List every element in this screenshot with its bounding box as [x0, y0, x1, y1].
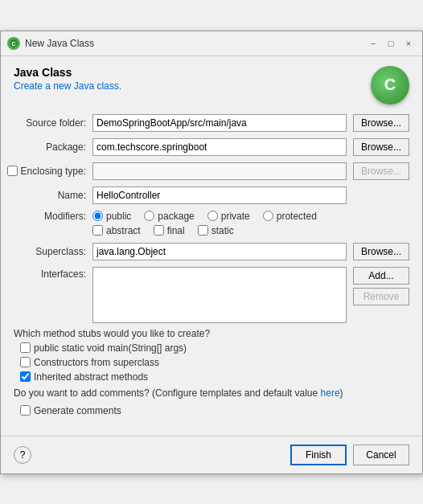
modifier-protected-radio[interactable] — [263, 211, 273, 221]
svg-text:C: C — [11, 41, 15, 47]
superclass-label: Superclass: — [14, 246, 86, 257]
source-folder-row: Source folder: Browse... — [14, 114, 409, 132]
source-folder-label: Source folder: — [14, 117, 86, 129]
modifiers-section: public package private protected — [92, 211, 317, 236]
superclass-row: Superclass: Browse... — [14, 243, 409, 260]
superclass-browse-button[interactable]: Browse... — [353, 243, 409, 260]
finish-button[interactable]: Finish — [290, 445, 347, 465]
modifier-private-radio[interactable] — [207, 211, 218, 221]
cancel-button[interactable]: Cancel — [353, 445, 409, 465]
stub-inherited-checkbox[interactable] — [20, 371, 31, 382]
close-button[interactable]: × — [401, 36, 416, 51]
titlebar-controls: − □ × — [366, 36, 416, 51]
enclosing-type-input[interactable] — [92, 162, 347, 180]
header-section: Java Class Create a new Java class. C — [14, 66, 409, 104]
name-row: Name: — [14, 186, 409, 204]
titlebar: C New Java Class − □ × — [1, 31, 422, 56]
dialog-content: Java Class Create a new Java class. C So… — [1, 56, 422, 426]
titlebar-left: C New Java Class — [7, 37, 94, 50]
dialog-window: C New Java Class − □ × Java Class Create… — [0, 31, 423, 474]
dialog-footer: ? Finish Cancel — [1, 436, 422, 473]
comments-link[interactable]: here — [321, 387, 340, 399]
stub-constructors-label[interactable]: Constructors from superclass — [20, 357, 409, 368]
modifier-final-checkbox[interactable] — [154, 225, 164, 236]
comments-section: Do you want to add comments? (Configure … — [14, 383, 409, 416]
generate-comments-label[interactable]: Generate comments — [20, 405, 409, 416]
interfaces-remove-button[interactable]: Remove — [353, 288, 409, 305]
interfaces-row: Interfaces: Add... Remove — [14, 267, 409, 323]
package-row: Package: Browse... — [14, 138, 409, 156]
modifier-abstract-label[interactable]: abstract — [92, 225, 141, 236]
stub-main-checkbox[interactable] — [20, 342, 31, 353]
modifier-static-checkbox[interactable] — [198, 225, 208, 236]
modifiers-checkbox-row: abstract final static — [92, 225, 317, 236]
stubs-checkboxes: public static void main(String[] args) C… — [20, 342, 409, 383]
minimize-button[interactable]: − — [366, 36, 380, 51]
java-logo-icon: C — [371, 66, 409, 104]
modifier-private-label[interactable]: private — [207, 211, 250, 222]
header-text: Java Class Create a new Java class. — [14, 66, 121, 92]
maximize-button[interactable]: □ — [384, 36, 398, 51]
footer-right: Finish Cancel — [290, 445, 409, 465]
modifiers-row: Modifiers: public package pr — [14, 211, 409, 236]
stub-inherited-label[interactable]: Inherited abstract methods — [20, 371, 409, 383]
generate-comments-checkbox[interactable] — [20, 405, 31, 416]
modifier-package-label[interactable]: package — [144, 211, 194, 222]
stub-main-label[interactable]: public static void main(String[] args) — [20, 342, 409, 354]
comments-question: Do you want to add comments? (Configure … — [14, 387, 409, 399]
modifiers-label: Modifiers: — [14, 211, 86, 222]
package-browse-button[interactable]: Browse... — [353, 138, 409, 156]
modifiers-radio-row: public package private protected — [92, 211, 317, 222]
stubs-section: Which method stubs would you like to cre… — [14, 328, 409, 383]
dialog-subtitle: Create a new Java class. — [14, 80, 121, 92]
modifier-final-label[interactable]: final — [154, 225, 185, 236]
source-folder-browse-button[interactable]: Browse... — [353, 114, 409, 132]
source-folder-input[interactable] — [92, 114, 347, 132]
modifier-public-label[interactable]: public — [92, 211, 131, 222]
modifier-static-label[interactable]: static — [198, 225, 234, 236]
modifier-abstract-checkbox[interactable] — [92, 225, 103, 236]
stubs-title: Which method stubs would you like to cre… — [14, 328, 409, 339]
enclosing-type-label[interactable]: Enclosing type: — [21, 166, 86, 177]
enclosing-type-row: Enclosing type: Browse... — [14, 162, 409, 180]
modifier-public-radio[interactable] — [92, 211, 103, 221]
package-label: Package: — [14, 141, 86, 153]
interfaces-label: Interfaces: — [14, 267, 86, 280]
package-input[interactable] — [92, 138, 347, 156]
window-icon: C — [7, 37, 20, 50]
footer-left: ? — [14, 446, 31, 464]
modifier-package-radio[interactable] — [144, 211, 154, 221]
stub-constructors-checkbox[interactable] — [20, 357, 31, 367]
superclass-input[interactable] — [92, 243, 347, 260]
name-label: Name: — [14, 190, 86, 201]
name-input[interactable] — [92, 186, 347, 204]
interfaces-add-button[interactable]: Add... — [353, 267, 409, 285]
modifier-protected-label[interactable]: protected — [263, 211, 317, 222]
interfaces-textarea[interactable] — [92, 267, 347, 323]
help-button[interactable]: ? — [14, 446, 31, 464]
dialog-title: Java Class — [14, 66, 121, 79]
window-title: New Java Class — [25, 38, 94, 49]
form-section: Source folder: Browse... Package: Browse… — [14, 114, 409, 323]
interfaces-buttons: Add... Remove — [353, 267, 409, 305]
enclosing-browse-button[interactable]: Browse... — [353, 162, 409, 180]
enclosing-type-checkbox[interactable] — [7, 166, 18, 176]
